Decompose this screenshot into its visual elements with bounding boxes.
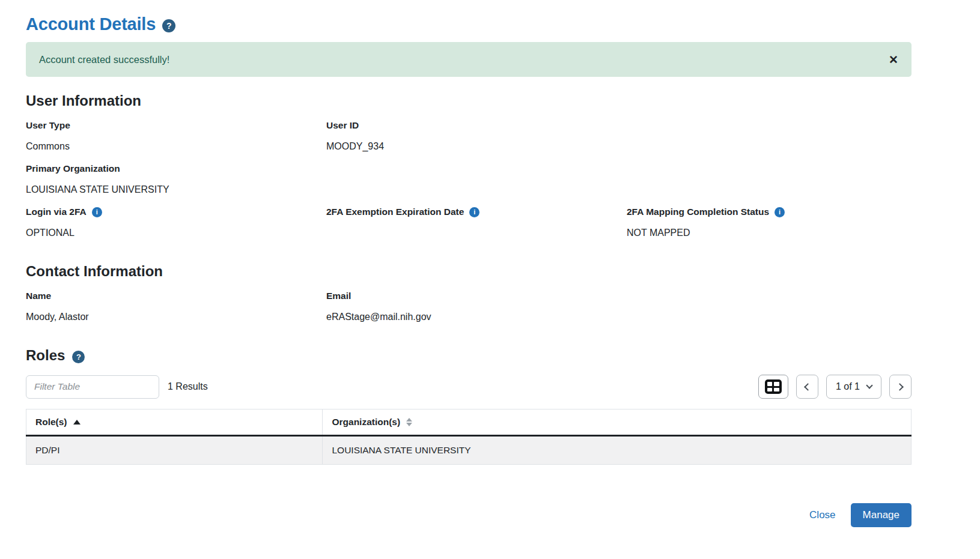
- field-2fa-exemption-expiration: 2FA Exemption Expiration Date i: [326, 207, 627, 239]
- field-primary-organization: Primary Organization LOUISIANA STATE UNI…: [26, 163, 326, 196]
- email-value: eRAStage@mail.nih.gov: [326, 312, 627, 323]
- field-2fa-mapping-status: 2FA Mapping Completion Status i NOT MAPP…: [627, 207, 912, 239]
- primary-organization-label: Primary Organization: [26, 163, 326, 174]
- results-count: 1 Results: [168, 381, 208, 392]
- user-id-value: MOODY_934: [326, 141, 627, 153]
- user-information-heading: User Information: [26, 92, 912, 109]
- user-info-row-3: Login via 2FA i OPTIONAL 2FA Exemption E…: [26, 207, 912, 239]
- sort-ascending-icon: [73, 420, 81, 425]
- login-via-2fa-label: Login via 2FA i: [26, 207, 326, 217]
- close-button[interactable]: Close: [809, 509, 835, 521]
- 2fa-mapping-status-label: 2FA Mapping Completion Status i: [627, 207, 912, 217]
- filter-table-input[interactable]: [26, 375, 159, 399]
- column-header-roles[interactable]: Role(s): [26, 409, 323, 436]
- table-view-button[interactable]: [758, 375, 788, 399]
- success-alert: Account created successfully! ✕: [26, 42, 912, 77]
- sort-unsorted-icon: [406, 418, 412, 426]
- previous-page-button[interactable]: [796, 375, 818, 399]
- field-user-id: User ID MOODY_934: [326, 120, 627, 153]
- role-cell: PD/PI: [26, 436, 323, 465]
- contact-info-row: Name Moody, Alastor Email eRAStage@mail.…: [26, 291, 912, 323]
- name-label: Name: [26, 291, 326, 301]
- next-page-button[interactable]: [889, 375, 912, 399]
- alert-message: Account created successfully!: [39, 54, 169, 65]
- roles-table-header-row: Role(s) Organization(s): [26, 409, 912, 436]
- user-id-label: User ID: [326, 120, 627, 131]
- 2fa-mapping-status-value: NOT MAPPED: [627, 228, 912, 239]
- user-type-label: User Type: [26, 120, 326, 131]
- organization-cell: LOUISIANA STATE UNIVERSITY: [323, 436, 912, 465]
- user-info-row-1: User Type Commons User ID MOODY_934: [26, 120, 912, 153]
- pagination-controls: 1 of 1: [758, 375, 912, 399]
- field-user-type: User Type Commons: [26, 120, 326, 153]
- help-icon[interactable]: ?: [162, 19, 175, 32]
- table-row: PD/PI LOUISIANA STATE UNIVERSITY: [26, 436, 912, 465]
- column-header-organizations[interactable]: Organization(s): [323, 409, 912, 436]
- close-icon[interactable]: ✕: [889, 54, 898, 65]
- page-title-row: Account Details ?: [26, 0, 912, 34]
- email-label: Email: [326, 291, 627, 301]
- roles-table-controls: 1 Results 1 of 1: [26, 375, 912, 399]
- help-icon[interactable]: ?: [72, 351, 85, 363]
- field-login-via-2fa: Login via 2FA i OPTIONAL: [26, 207, 326, 239]
- roles-table: Role(s) Organization(s) PD/PI LOUI: [26, 409, 912, 465]
- roles-heading: Roles: [26, 347, 65, 364]
- 2fa-exemption-expiration-value: [326, 228, 627, 239]
- chevron-down-icon: [866, 382, 872, 388]
- field-email: Email eRAStage@mail.nih.gov: [326, 291, 627, 323]
- chevron-left-icon: [805, 383, 812, 391]
- 2fa-exemption-expiration-label: 2FA Exemption Expiration Date i: [326, 207, 627, 217]
- info-icon[interactable]: i: [775, 207, 785, 217]
- login-via-2fa-value: OPTIONAL: [26, 228, 326, 239]
- manage-button[interactable]: Manage: [851, 503, 912, 527]
- table-grid-icon: [765, 379, 782, 394]
- primary-organization-value: LOUISIANA STATE UNIVERSITY: [26, 184, 326, 196]
- page-title: Account Details: [26, 14, 156, 34]
- roles-heading-row: Roles ?: [26, 347, 912, 364]
- page-select[interactable]: 1 of 1: [826, 375, 881, 399]
- field-name: Name Moody, Alastor: [26, 291, 326, 323]
- name-value: Moody, Alastor: [26, 312, 326, 323]
- footer-actions: Close Manage: [26, 503, 912, 527]
- user-info-row-2: Primary Organization LOUISIANA STATE UNI…: [26, 163, 912, 196]
- contact-information-heading: Contact Information: [26, 263, 912, 280]
- info-icon[interactable]: i: [469, 207, 479, 217]
- page-select-value: 1 of 1: [836, 381, 860, 392]
- info-icon[interactable]: i: [92, 207, 102, 217]
- user-type-value: Commons: [26, 141, 326, 153]
- account-details-page: Account Details ? Account created succes…: [26, 0, 912, 527]
- chevron-right-icon: [896, 383, 904, 391]
